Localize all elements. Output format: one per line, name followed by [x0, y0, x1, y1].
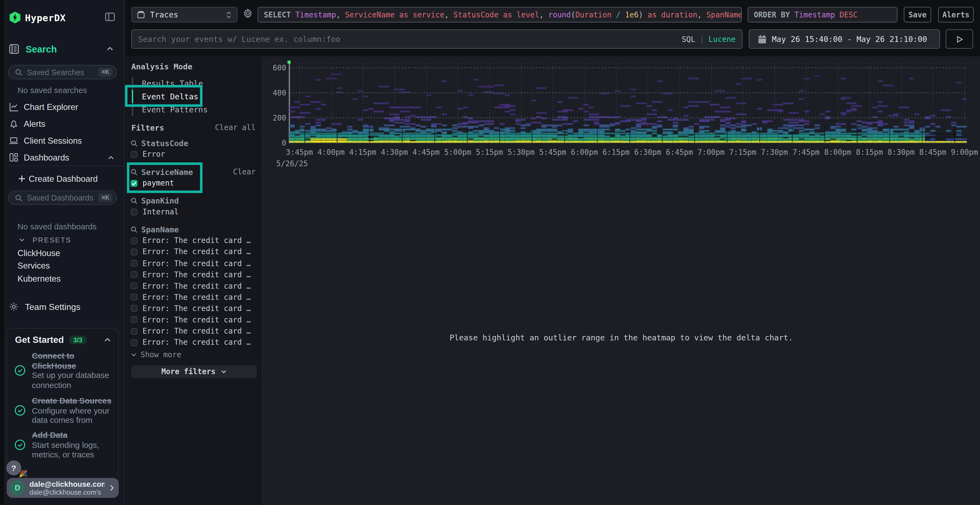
filter-group-name: StatusCode	[141, 138, 256, 148]
get-started-item[interactable]: Create Data SourcesConfigure where your …	[14, 396, 113, 425]
chevron-down-icon	[19, 237, 25, 243]
checkbox[interactable]	[130, 271, 137, 278]
create-dashboard-button[interactable]: Create Dashboard	[0, 171, 125, 186]
chevron-up-icon[interactable]	[108, 154, 115, 161]
sidebar-item-team-settings[interactable]: Team Settings	[0, 299, 125, 314]
source-settings-gear-icon[interactable]	[243, 8, 253, 19]
analysis-option-event-deltas[interactable]: Event Deltas	[133, 90, 252, 103]
chevron-down-icon	[221, 369, 227, 375]
filter-checkbox-row[interactable]: Error: The credit card …	[130, 280, 256, 292]
search-icon[interactable]	[130, 140, 137, 146]
sidebar-item-client-sessions[interactable]: Client Sessions	[0, 133, 125, 148]
get-started-progress-badge: 3/3	[69, 335, 87, 344]
y-tick-label: 600	[262, 64, 286, 72]
filter-checkbox-row[interactable]: Error: The credit card …	[130, 246, 256, 258]
chart-icon	[9, 102, 19, 112]
saved-dashboards-placeholder: Saved Dashboards	[27, 194, 94, 202]
gear-icon	[9, 302, 19, 312]
sql-token: ,	[336, 10, 345, 19]
checkbox[interactable]	[130, 305, 137, 312]
run-query-button[interactable]	[946, 29, 973, 49]
checkbox[interactable]	[130, 151, 137, 158]
saved-searches-input[interactable]: Saved Searches ⌘K	[8, 65, 117, 79]
filter-checkbox-row[interactable]: Error: The credit card …	[130, 269, 256, 281]
checkbox[interactable]	[130, 179, 137, 186]
save-button[interactable]: Save	[904, 7, 931, 22]
collapse-sidebar-icon[interactable]	[105, 12, 115, 22]
filter-checkbox-row[interactable]: Error: The credit card …	[130, 314, 256, 326]
preset-clickhouse[interactable]: ClickHouse	[18, 249, 60, 258]
x-tick-label: 4:15pm	[349, 148, 377, 157]
checkbox[interactable]	[130, 249, 137, 256]
user-menu[interactable]: D dale@clickhouse.com dale@clickhouse.co…	[7, 478, 119, 498]
filter-checkbox-row[interactable]: Internal	[130, 206, 256, 218]
filter-group-statuscode: StatusCode Error	[130, 137, 256, 160]
preset-kubernetes[interactable]: Kubernetes	[18, 274, 61, 283]
filter-checkbox-row[interactable]: Error: The credit card …	[130, 292, 256, 303]
sql-token	[611, 10, 616, 19]
calendar-icon	[758, 35, 766, 43]
checkbox[interactable]	[130, 316, 137, 323]
clear-all-filters-link[interactable]: Clear all	[215, 123, 256, 132]
analysis-option-event-patterns[interactable]: Event Patterns	[133, 103, 252, 116]
checkbox[interactable]	[130, 260, 137, 267]
x-tick-label: 8:00pm	[824, 148, 851, 157]
toggle-sql[interactable]: SQL	[682, 35, 695, 43]
checkbox[interactable]	[130, 327, 137, 334]
get-started-item[interactable]: Connect to ClickHouseSet up your databas…	[14, 351, 113, 390]
get-started-item[interactable]: Add DataStart sending logs, metrics, or …	[14, 430, 113, 460]
sidebar-item-chart-explorer[interactable]: Chart Explorer	[0, 99, 125, 114]
chart-panel: 6004002000 3:45pm4:00pm4:15pm4:30pm4:45p…	[262, 56, 980, 505]
toggle-lucene[interactable]: Lucene	[709, 35, 736, 43]
filter-checkbox-row[interactable]: Error	[130, 149, 256, 160]
date-range-picker[interactable]: May 26 15:40:00 - May 26 21:10:00	[749, 29, 940, 49]
analysis-mode-title: Analysis Mode	[131, 62, 192, 71]
sidebar-item-alerts[interactable]: Alerts	[0, 116, 125, 131]
clear-filter-link[interactable]: Clear	[233, 168, 256, 176]
x-tick-label: 5:30pm	[508, 148, 535, 157]
x-tick-label: 6:00pm	[571, 148, 598, 157]
filter-checkbox-row[interactable]: Error: The credit card …	[130, 326, 256, 337]
query-language-toggle: SQL | Lucene	[682, 35, 735, 43]
lucene-search-input[interactable]: Search your events w/ Lucene ex. column:…	[131, 29, 742, 49]
search-icon[interactable]	[130, 168, 137, 175]
source-select[interactable]: Traces	[131, 7, 237, 22]
filter-checkbox-row[interactable]: Error: The credit card …	[130, 337, 256, 348]
search-icon[interactable]	[130, 197, 137, 204]
check-circle-icon	[14, 440, 25, 451]
y-tick-label: 400	[262, 89, 286, 97]
filter-checkbox-row[interactable]: Error: The credit card …	[130, 235, 256, 246]
sql-orderby-editor[interactable]: ORDER BY Timestamp DESC	[748, 7, 897, 22]
sql-token: 1e6	[625, 10, 639, 19]
filter-group-servicename: ServiceName Clear payment	[130, 166, 256, 189]
filter-checkbox-row[interactable]: Error: The credit card …	[130, 303, 256, 314]
checkbox[interactable]	[130, 237, 137, 244]
duration-heatmap-canvas[interactable]	[290, 61, 967, 143]
sql-token	[835, 10, 840, 19]
presets-toggle[interactable]: PRESETS	[19, 236, 71, 244]
filter-checkbox-row[interactable]: payment	[130, 178, 256, 189]
sql-token: SpanName	[706, 10, 742, 19]
checkbox[interactable]	[130, 208, 137, 215]
hyperdx-logo-icon[interactable]	[9, 11, 21, 24]
sql-token: (	[571, 10, 576, 19]
sql-select-editor[interactable]: SELECT Timestamp, ServiceName as service…	[258, 7, 742, 22]
preset-services[interactable]: Services	[18, 262, 50, 271]
checkbox[interactable]	[130, 294, 137, 301]
alerts-button[interactable]: Alerts	[938, 7, 974, 22]
saved-dashboards-input[interactable]: Saved Dashboards ⌘K	[8, 191, 117, 205]
chevron-up-icon[interactable]	[106, 45, 114, 52]
sql-token	[620, 10, 625, 19]
sidebar-item-dashboards[interactable]: Dashboards	[0, 150, 125, 165]
sidebar-item-search[interactable]: Search	[9, 44, 57, 54]
checkbox[interactable]	[130, 339, 137, 346]
x-tick-label: 4:30pm	[381, 148, 408, 157]
filter-checkbox-row[interactable]: Error: The credit card …	[130, 258, 256, 269]
toggle-separator: |	[700, 35, 704, 43]
more-filters-button[interactable]: More filters	[131, 365, 257, 378]
checkbox[interactable]	[130, 283, 137, 289]
show-more-link[interactable]: Show more	[130, 349, 256, 360]
search-icon[interactable]	[130, 226, 137, 233]
analysis-option-results-table[interactable]: Results Table	[133, 77, 252, 90]
chevron-up-icon[interactable]	[104, 336, 111, 344]
